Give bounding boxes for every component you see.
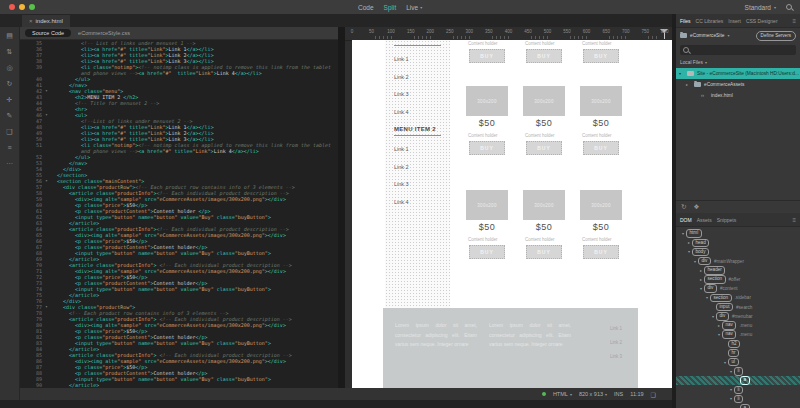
more-options-icon[interactable]: ⋯ bbox=[6, 160, 13, 168]
doctype-selector[interactable]: HTML ▾ bbox=[553, 391, 572, 397]
file-tree-item[interactable]: ▸eCommerceAssets bbox=[676, 79, 800, 90]
buy-button[interactable]: BUY bbox=[526, 141, 562, 155]
tab-dom[interactable]: DOM bbox=[680, 217, 692, 223]
find-icon[interactable]: ◎ bbox=[6, 64, 12, 72]
menu-link[interactable]: Link 3 bbox=[394, 181, 441, 187]
dom-node-li[interactable]: ▾li bbox=[676, 367, 800, 376]
related-file-ecommercestyle-css[interactable]: eCommerceStyle.css bbox=[78, 30, 130, 36]
dom-node-hr[interactable]: hr bbox=[676, 348, 800, 357]
menu-link[interactable]: Link 1 bbox=[394, 56, 441, 62]
tree-expander-icon[interactable]: ▸ bbox=[686, 82, 691, 87]
buy-button[interactable]: BUY bbox=[469, 245, 505, 259]
comment-icon[interactable]: ❑ bbox=[6, 128, 12, 136]
panel-grid-icon[interactable]: ❖ bbox=[693, 203, 699, 211]
panel-menu-icon[interactable]: ≡ bbox=[792, 18, 796, 24]
tab-snippets[interactable]: Snippets bbox=[717, 217, 736, 223]
tab-assets[interactable]: Assets bbox=[697, 217, 712, 223]
dom-node-div[interactable]: ▾div#content bbox=[676, 284, 800, 293]
dom-node-h2[interactable]: h2 bbox=[676, 339, 800, 348]
refresh-icon[interactable]: ↻ bbox=[7, 80, 13, 88]
related-file-source-code[interactable]: Source Code bbox=[25, 29, 71, 37]
preview-page[interactable]: Link 1Link 2Link 3Link 4MENU ITEM 2Link … bbox=[352, 40, 672, 388]
dom-tag-pill: header bbox=[704, 266, 725, 275]
refresh-icon[interactable]: ↻ bbox=[681, 203, 686, 211]
menu-link[interactable]: Link 4 bbox=[394, 199, 441, 205]
format-source-icon[interactable]: ≡ bbox=[7, 144, 11, 152]
view-mode-live[interactable]: Live▾ bbox=[406, 4, 422, 11]
window-minimize-button[interactable] bbox=[19, 4, 25, 10]
dom-node-a[interactable]: a bbox=[676, 376, 800, 385]
file-management-icon[interactable]: ⇅ bbox=[7, 48, 13, 56]
search-icon[interactable] bbox=[786, 4, 792, 10]
chevron-down-icon: ▾ bbox=[570, 392, 572, 397]
menu-link[interactable]: Link 4 bbox=[394, 109, 441, 115]
dom-node-header[interactable]: ▸header bbox=[676, 266, 800, 275]
open-documents-icon[interactable]: ▤ bbox=[6, 32, 13, 40]
menu-link[interactable]: Link 2 bbox=[394, 164, 441, 170]
files-search-input[interactable] bbox=[680, 45, 796, 55]
dom-node-head[interactable]: ▸head bbox=[676, 238, 800, 247]
dom-node-li[interactable]: ▾li bbox=[676, 385, 800, 394]
split-divider[interactable] bbox=[338, 27, 345, 400]
buy-button[interactable]: BUY bbox=[583, 49, 619, 63]
dom-qualifier: .menu bbox=[739, 332, 752, 337]
file-tree-item[interactable]: ‹›index.html bbox=[676, 90, 800, 101]
site-selector[interactable]: eCommerceSite bbox=[690, 33, 724, 38]
dom-qualifier: #search bbox=[736, 305, 752, 310]
product-image-placeholder: 300x200 bbox=[523, 86, 565, 116]
window-icon[interactable]: ❑ bbox=[651, 391, 656, 398]
local-files-header[interactable]: Local Files ▾ bbox=[676, 58, 800, 68]
buy-button[interactable]: BUY bbox=[583, 141, 619, 155]
insert-mode-indicator: INS bbox=[614, 391, 623, 397]
dom-node-section[interactable]: ▸section#offer bbox=[676, 275, 800, 284]
footer-link[interactable]: Link 1 bbox=[610, 326, 622, 331]
dom-node-div[interactable]: ▾div#menubar bbox=[676, 312, 800, 321]
define-servers-button[interactable]: Define Servers bbox=[756, 31, 796, 41]
panel-menu-icon[interactable]: ≡ bbox=[792, 217, 796, 223]
footer-link[interactable]: Link 2 bbox=[610, 340, 622, 345]
dom-node-li[interactable]: ▾li bbox=[676, 394, 800, 403]
insert-icon[interactable]: ✛ bbox=[7, 96, 13, 104]
buy-button[interactable]: BUY bbox=[469, 141, 505, 155]
tab-css-designer[interactable]: CSS Designer bbox=[746, 18, 778, 24]
dom-node-ul[interactable]: ▾ul bbox=[676, 358, 800, 367]
buy-button[interactable]: BUY bbox=[526, 245, 562, 259]
view-mode-split[interactable]: Split bbox=[384, 4, 397, 11]
buy-button[interactable]: BUY bbox=[526, 49, 562, 63]
edit-icon[interactable]: ✎ bbox=[7, 112, 13, 120]
file-tree-item[interactable]: ▾Site - eCommerceSite (Macintosh HD:User… bbox=[676, 68, 800, 79]
close-icon[interactable]: × bbox=[29, 18, 33, 24]
tab-insert[interactable]: Insert bbox=[728, 18, 741, 24]
tree-expander-icon[interactable]: ▾ bbox=[679, 71, 684, 76]
workspace-switcher[interactable]: Standard ▾ bbox=[745, 0, 776, 14]
tab-files[interactable]: Files bbox=[680, 18, 691, 24]
product-content-label: Content holder bbox=[582, 41, 624, 46]
menu-link[interactable]: Link 3 bbox=[394, 91, 441, 97]
footer-link[interactable]: Link 3 bbox=[610, 354, 622, 359]
view-mode-label: Code bbox=[358, 4, 374, 11]
dom-node-html[interactable]: ▾html bbox=[676, 229, 800, 238]
file-tree-label: eCommerceAssets bbox=[704, 82, 745, 87]
buy-button[interactable]: BUY bbox=[469, 49, 505, 63]
dom-node-nav[interactable]: ▾nav.menu bbox=[676, 330, 800, 339]
dom-node-nav[interactable]: ▸nav.menu bbox=[676, 321, 800, 330]
dom-node-section[interactable]: ▾section.sidebar bbox=[676, 293, 800, 302]
dom-node-body[interactable]: ▾body bbox=[676, 247, 800, 256]
app-titlebar: CodeSplitLive▾ Standard ▾ bbox=[0, 0, 800, 15]
tab-cc-libraries[interactable]: CC Libraries bbox=[696, 18, 724, 24]
dom-node-div[interactable]: ▾div#mainWrapper bbox=[676, 257, 800, 266]
dom-node-input[interactable]: input#search bbox=[676, 303, 800, 312]
dom-node-a[interactable]: a bbox=[676, 404, 800, 408]
menu-link[interactable]: Link 2 bbox=[394, 74, 441, 80]
buy-button[interactable]: BUY bbox=[583, 245, 619, 259]
tab-index-html[interactable]: × index.html bbox=[22, 15, 70, 27]
window-zoom-button[interactable] bbox=[29, 4, 35, 10]
view-mode-code[interactable]: Code bbox=[358, 4, 374, 11]
status-bar: HTML ▾ 820 x 913 ▾ INS 11:19 ❑ bbox=[20, 388, 672, 400]
menu-link[interactable]: Link 1 bbox=[394, 146, 441, 152]
window-close-button[interactable] bbox=[9, 4, 15, 10]
window-size-selector[interactable]: 820 x 913 ▾ bbox=[579, 391, 607, 397]
files-panel-tabs: FilesCC LibrariesInsertCSS Designer≡ bbox=[676, 14, 800, 28]
code-editor[interactable]: 35 <!-- List of links under menuset 1 --… bbox=[20, 40, 338, 388]
chevron-down-icon: ▾ bbox=[774, 5, 776, 10]
